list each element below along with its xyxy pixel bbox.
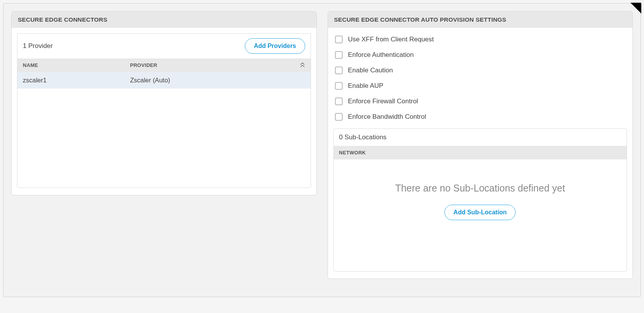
providers-table-header: NAME PROVIDER — [17, 58, 311, 72]
checkbox-label: Use XFF from Client Request — [348, 36, 434, 43]
row-provider: Zscaler (Auto) — [130, 77, 305, 84]
providers-topbar: 1 Provider Add Providers — [17, 34, 311, 58]
providers-box: 1 Provider Add Providers NAME PROVIDER — [17, 33, 311, 188]
checkbox-row-enforce-bandwidth: Enforce Bandwidth Control — [333, 109, 627, 125]
checkbox-label: Enable Caution — [348, 67, 393, 74]
panels-container: SECURE EDGE CONNECTORS 1 Provider Add Pr… — [11, 11, 633, 279]
checkbox-xff[interactable] — [335, 36, 343, 43]
provider-count-label: 1 Provider — [23, 42, 53, 50]
checkbox-enable-caution[interactable] — [335, 67, 343, 74]
checkbox-label: Enable AUP — [348, 82, 384, 90]
checkbox-label: Enforce Authentication — [348, 51, 414, 59]
column-header-provider: PROVIDER — [130, 62, 296, 68]
collapse-all-icon[interactable] — [296, 62, 305, 68]
checkbox-row-enable-aup: Enable AUP — [333, 78, 627, 94]
sublocations-box: 0 Sub-Locations NETWORK There are no Sub… — [333, 128, 627, 272]
add-providers-button[interactable]: Add Providers — [245, 38, 305, 54]
settings-panel-title: SECURE EDGE CONNECTOR AUTO PROVISION SET… — [328, 12, 633, 28]
add-sub-location-button[interactable]: Add Sub-Location — [444, 205, 516, 220]
settings-panel: SECURE EDGE CONNECTOR AUTO PROVISION SET… — [328, 11, 633, 279]
connectors-panel-title: SECURE EDGE CONNECTORS — [12, 12, 316, 28]
table-row[interactable]: zscaler1 Zscaler (Auto) — [17, 72, 311, 89]
sublocations-empty-message: There are no Sub-Locations defined yet — [395, 183, 565, 194]
checkbox-row-enforce-firewall: Enforce Firewall Control — [333, 94, 627, 109]
checkbox-enforce-auth[interactable] — [335, 51, 343, 59]
checkbox-label: Enforce Firewall Control — [348, 97, 418, 105]
checkbox-enable-aup[interactable] — [335, 82, 343, 90]
settings-panel-body: Use XFF from Client Request Enforce Auth… — [328, 28, 633, 279]
checkbox-row-xff: Use XFF from Client Request — [333, 32, 627, 47]
sublocations-empty-state: There are no Sub-Locations defined yet A… — [334, 159, 627, 271]
checkbox-enforce-bandwidth[interactable] — [335, 113, 343, 121]
checkbox-row-enforce-auth: Enforce Authentication — [333, 47, 627, 63]
page-frame: SECURE EDGE CONNECTORS 1 Provider Add Pr… — [3, 3, 641, 297]
checkbox-row-enable-caution: Enable Caution — [333, 63, 627, 78]
connectors-panel-body: 1 Provider Add Providers NAME PROVIDER — [12, 28, 316, 195]
row-name: zscaler1 — [23, 77, 130, 84]
checkbox-enforce-firewall[interactable] — [335, 97, 343, 105]
sublocations-count-label: 0 Sub-Locations — [334, 129, 627, 146]
sublocations-column-header: NETWORK — [334, 146, 627, 159]
connectors-panel: SECURE EDGE CONNECTORS 1 Provider Add Pr… — [11, 11, 317, 195]
column-header-name: NAME — [23, 62, 130, 68]
checkbox-label: Enforce Bandwidth Control — [348, 113, 426, 121]
